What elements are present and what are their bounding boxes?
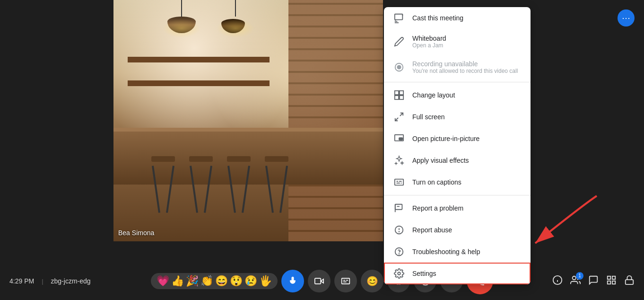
pip-icon <box>393 133 405 144</box>
svg-rect-42 <box>608 281 610 283</box>
fullscreen-label: Full screen <box>412 113 521 121</box>
gear-icon <box>393 268 405 279</box>
emoji-wave[interactable]: 🖐 <box>259 276 272 286</box>
video-background <box>113 0 383 241</box>
menu-item-fullscreen[interactable]: Full screen <box>384 106 531 128</box>
stool-1 <box>151 156 175 213</box>
cast-icon <box>393 13 405 23</box>
menu-item-cast[interactable]: Cast this meeting <box>384 7 531 29</box>
svg-line-7 <box>400 113 403 116</box>
captions-icon <box>393 177 405 187</box>
svg-point-23 <box>398 272 400 275</box>
svg-point-39 <box>573 276 576 279</box>
emoji-sad[interactable]: 😢 <box>244 276 257 286</box>
settings-label: Settings <box>412 270 521 277</box>
menu-item-report-abuse[interactable]: Report abuse <box>384 219 531 241</box>
troubleshoot-label: Troubleshooting & help <box>412 248 521 256</box>
svg-rect-11 <box>395 179 403 185</box>
svg-rect-10 <box>399 138 402 140</box>
emoji-clap[interactable]: 👏 <box>200 276 213 286</box>
camera-button[interactable] <box>308 270 331 292</box>
separator-2 <box>384 195 531 195</box>
stool-3 <box>227 156 251 213</box>
pip-label: Open picture-in-picture <box>412 135 521 142</box>
meeting-code: zbg-jczm-edg <box>51 277 91 285</box>
pendant-light-1 <box>167 0 196 33</box>
svg-rect-41 <box>612 276 615 279</box>
report-abuse-label: Report abuse <box>412 226 521 234</box>
recording-label: Recording unavailable <box>412 60 518 68</box>
mic-button[interactable] <box>281 270 304 292</box>
emoji-thumbsup[interactable]: 👍 <box>171 276 184 286</box>
layout-icon <box>393 90 405 100</box>
brick-wall-decor <box>288 0 383 241</box>
stool-4 <box>265 156 288 213</box>
meeting-info: 4:29 PM | zbg-jczm-edg <box>9 277 91 285</box>
flag-icon <box>393 203 405 213</box>
annotation-arrow <box>521 186 606 257</box>
menu-item-troubleshoot[interactable]: Troubleshooting & help <box>384 241 531 263</box>
participant-name-label: Bea Simona <box>118 229 154 237</box>
controls-bar: 4:29 PM | zbg-jczm-edg 💗 👍 🎉 👏 😄 😲 😢 🖐 <box>0 262 644 300</box>
svg-rect-26 <box>315 278 321 284</box>
visual-effects-label: Apply visual effects <box>412 157 521 164</box>
recording-subtitle: You're not allowed to record this video … <box>412 68 518 74</box>
warning-icon <box>393 225 405 235</box>
captions-label: Turn on captions <box>412 178 521 186</box>
right-controls: 1 <box>552 275 635 288</box>
people-button[interactable]: 1 <box>570 275 581 288</box>
context-menu: Cast this meeting Whiteboard Open a Jam … <box>384 7 531 284</box>
menu-item-pip[interactable]: Open picture-in-picture <box>384 128 531 150</box>
svg-point-22 <box>399 254 400 254</box>
cast-label: Cast this meeting <box>412 14 521 22</box>
recording-text: Recording unavailable You're not allowed… <box>412 60 518 74</box>
video-area: Bea Simona <box>113 0 383 241</box>
recording-icon <box>393 62 405 72</box>
captions-button[interactable] <box>334 270 357 292</box>
lock-button[interactable] <box>624 275 635 288</box>
whiteboard-label: Whiteboard <box>412 35 446 42</box>
svg-rect-6 <box>400 96 403 99</box>
menu-item-visual-effects[interactable]: Apply visual effects <box>384 150 531 171</box>
menu-item-captions[interactable]: Turn on captions <box>384 171 531 193</box>
emoji-party[interactable]: 🎉 <box>186 276 199 286</box>
sparkle-icon <box>393 155 405 166</box>
pendant-light-2 <box>221 0 250 33</box>
menu-item-change-layout[interactable]: Change layout <box>384 84 531 106</box>
emoji-grin[interactable]: 😄 <box>215 276 228 286</box>
people-badge: 1 <box>576 272 583 280</box>
info-button[interactable] <box>552 275 563 288</box>
menu-item-whiteboard[interactable]: Whiteboard Open a Jam <box>384 29 531 54</box>
svg-rect-5 <box>395 96 399 99</box>
svg-rect-27 <box>342 278 350 284</box>
svg-point-20 <box>399 231 400 232</box>
emoji-heart[interactable]: 💗 <box>157 276 169 286</box>
chat-button[interactable] <box>588 275 599 288</box>
reaction-button[interactable]: 😊 <box>361 270 383 292</box>
whiteboard-icon <box>393 36 405 47</box>
emoji-reactions-bar: 💗 👍 🎉 👏 😄 😲 😢 🖐 <box>151 273 278 289</box>
svg-line-8 <box>395 118 398 121</box>
left-panel <box>0 0 113 241</box>
activities-button[interactable] <box>606 275 617 288</box>
whiteboard-subtitle: Open a Jam <box>412 42 446 49</box>
svg-rect-43 <box>612 281 615 283</box>
report-problem-label: Report a problem <box>412 204 521 212</box>
divider: | <box>42 278 43 285</box>
svg-rect-3 <box>395 91 399 95</box>
stool-2 <box>189 156 213 213</box>
more-options-button[interactable]: ⋯ <box>618 9 635 26</box>
shelf-1 <box>128 57 270 62</box>
svg-rect-44 <box>626 280 634 284</box>
menu-item-settings[interactable]: Settings <box>384 263 531 284</box>
help-icon <box>393 247 405 257</box>
fullscreen-icon <box>393 112 405 122</box>
emoji-surprised[interactable]: 😲 <box>230 276 243 286</box>
shelf-2 <box>128 80 270 86</box>
svg-point-2 <box>397 65 400 69</box>
svg-rect-4 <box>400 91 403 95</box>
menu-item-report-problem[interactable]: Report a problem <box>384 197 531 219</box>
svg-marker-25 <box>321 279 323 283</box>
change-layout-label: Change layout <box>412 91 521 99</box>
menu-item-recording: Recording unavailable You're not allowed… <box>384 54 531 80</box>
